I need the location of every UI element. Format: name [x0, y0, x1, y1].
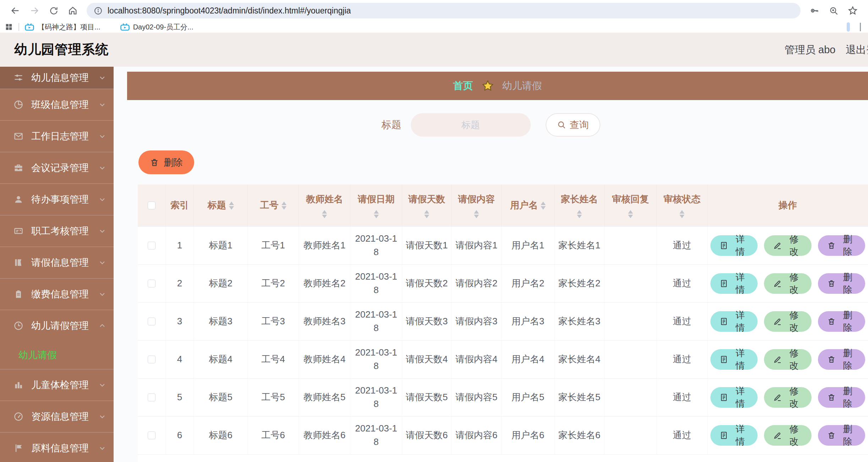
delete-button[interactable]: 删除: [818, 387, 865, 408]
document-icon: [720, 355, 728, 364]
sidebar-subitem[interactable]: 幼儿请假: [0, 341, 114, 369]
delete-button[interactable]: 删除: [818, 311, 865, 332]
sidebar-item[interactable]: 资源信息管理: [0, 401, 114, 432]
trash-icon: [827, 241, 836, 250]
sidebar-item[interactable]: 职工考核管理: [0, 215, 114, 247]
delete-button[interactable]: 删除: [818, 235, 865, 256]
table-cell: 通过: [657, 341, 708, 378]
info-icon[interactable]: [94, 6, 103, 15]
column-header: 教师姓名: [299, 185, 350, 226]
chevron-down-icon: [99, 164, 106, 171]
chevron-down-icon: [99, 259, 106, 266]
bookmark-star-icon[interactable]: [846, 4, 860, 18]
column-header-label: 索引: [170, 199, 189, 212]
key-icon[interactable]: [807, 4, 821, 18]
row-checkbox[interactable]: [148, 280, 155, 287]
table-cell: 标题1: [194, 227, 248, 264]
breadcrumb-home[interactable]: 首页: [453, 79, 473, 93]
sort-carets[interactable]: [322, 210, 327, 218]
edit-button[interactable]: 修改: [764, 349, 811, 370]
sort-carets[interactable]: [577, 210, 582, 218]
row-checkbox[interactable]: [148, 318, 155, 325]
edit-button[interactable]: 修改: [764, 425, 811, 446]
row-actions-cell: 详情修改删除: [708, 417, 868, 454]
sort-carets[interactable]: [541, 202, 546, 210]
sidebar-item-label: 资源信息管理: [31, 410, 99, 423]
row-checkbox[interactable]: [148, 242, 155, 249]
chevron-up-icon: [99, 322, 106, 329]
sidebar-item[interactable]: 缴费信息管理: [0, 279, 114, 310]
forward-icon[interactable]: [27, 4, 42, 18]
separator: [860, 23, 861, 31]
detail-button[interactable]: 详情: [710, 425, 758, 446]
user-icon: [13, 194, 23, 204]
sort-carets[interactable]: [628, 210, 633, 218]
sidebar-menu: 幼儿信息管理班级信息管理工作日志管理会议记录管理待办事项管理职工考核管理请假信息…: [0, 67, 114, 462]
delete-button[interactable]: 删除: [818, 273, 865, 294]
detail-button[interactable]: 详情: [710, 349, 758, 370]
home-icon[interactable]: [66, 4, 80, 18]
select-all-checkbox[interactable]: [148, 202, 155, 209]
delete-button[interactable]: 删除: [818, 425, 865, 446]
row-checkbox-cell: [138, 417, 166, 454]
sidebar-item[interactable]: 工作日志管理: [0, 121, 114, 152]
sidebar-item[interactable]: 儿童体检管理: [0, 369, 114, 401]
sidebar-item[interactable]: 请假信息管理: [0, 247, 114, 278]
sidebar-item[interactable]: 待办事项管理: [0, 184, 114, 215]
sidebar-item[interactable]: 原料信息管理: [0, 433, 114, 462]
row-checkbox[interactable]: [148, 356, 155, 363]
table-row: 3标题3工号3教师姓名32021-03-18请假天数3请假内容3用户名3家长姓名…: [138, 302, 868, 340]
table-cell: 请假天数3: [402, 303, 452, 340]
bulk-delete-button[interactable]: 删除: [138, 150, 194, 174]
detail-button[interactable]: 详情: [710, 311, 758, 332]
search-label: 标题: [382, 118, 402, 132]
bookmark-item[interactable]: 【码神之路】项目...: [25, 22, 100, 32]
edit-button[interactable]: 修改: [764, 311, 811, 332]
clipboard-icon: [13, 289, 23, 299]
row-checkbox-cell: [138, 341, 166, 378]
delete-button[interactable]: 删除: [818, 349, 865, 370]
column-header-label: 标题: [208, 199, 226, 212]
query-button[interactable]: 查询: [546, 113, 600, 137]
sort-carets[interactable]: [282, 202, 286, 210]
row-checkbox[interactable]: [148, 394, 155, 401]
search-input[interactable]: [411, 113, 531, 137]
column-header: 索引: [166, 185, 194, 226]
table-cell: 2: [166, 265, 194, 302]
detail-button[interactable]: 详情: [710, 387, 758, 408]
sort-carets[interactable]: [679, 210, 684, 218]
sidebar-item[interactable]: 幼儿信息管理: [0, 67, 114, 89]
table-cell: [605, 379, 657, 416]
user-label: 管理员 abo: [785, 33, 835, 67]
table-cell: 请假天数5: [402, 379, 452, 416]
pen-icon: [773, 431, 782, 440]
pen-icon: [773, 279, 782, 288]
edit-button[interactable]: 修改: [764, 387, 811, 408]
pen-icon: [773, 317, 782, 326]
table-cell: 用户名4: [502, 341, 555, 378]
back-icon[interactable]: [8, 4, 22, 18]
zoom-icon[interactable]: [826, 4, 841, 18]
sort-carets[interactable]: [424, 210, 429, 218]
apps-grid-icon[interactable]: [5, 23, 13, 31]
detail-button[interactable]: 详情: [710, 235, 758, 256]
row-checkbox[interactable]: [148, 431, 155, 439]
pie-chart-icon: [13, 100, 23, 110]
logout-button[interactable]: 退出登录: [846, 33, 868, 67]
sort-carets[interactable]: [474, 210, 479, 218]
sidebar-item[interactable]: 会议记录管理: [0, 152, 114, 183]
edit-button[interactable]: 修改: [764, 235, 811, 256]
sort-carets[interactable]: [374, 210, 379, 218]
table-cell: 教师姓名4: [299, 341, 350, 378]
sidebar-item[interactable]: 班级信息管理: [0, 89, 114, 120]
reload-icon[interactable]: [47, 4, 61, 18]
bulk-delete-label: 删除: [164, 156, 183, 169]
sidebar-item[interactable]: 幼儿请假管理: [0, 310, 114, 341]
header-checkbox-cell: [138, 185, 166, 226]
bookmark-item[interactable]: Day02-09-员工分...: [120, 22, 193, 32]
url-bar[interactable]: localhost:8080/springboot4023t/admin/dis…: [87, 3, 801, 18]
edit-button[interactable]: 修改: [764, 273, 811, 294]
detail-button[interactable]: 详情: [710, 273, 758, 294]
sort-carets[interactable]: [229, 202, 234, 210]
table-row: 1标题1工号1教师姓名12021-03-18请假天数1请假内容1用户名1家长姓名…: [138, 226, 868, 264]
